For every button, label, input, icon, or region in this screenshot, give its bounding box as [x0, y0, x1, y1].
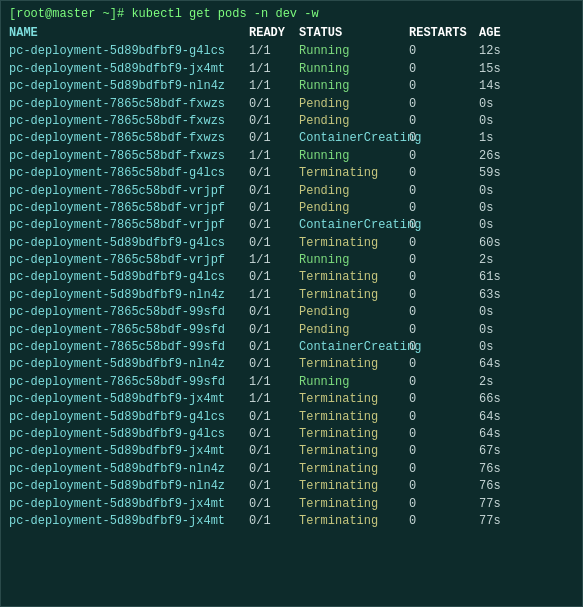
- pod-name: pc-deployment-7865c58bdf-99sfd: [9, 339, 249, 356]
- pod-ready: 1/1: [249, 43, 299, 60]
- pod-restarts: 0: [409, 391, 479, 408]
- rows-container: pc-deployment-5d89bdfbf9-g4lcs 1/1 Runni…: [9, 43, 574, 530]
- pod-name: pc-deployment-5d89bdfbf9-jx4mt: [9, 391, 249, 408]
- table-row: pc-deployment-7865c58bdf-fxwzs 0/1 Pendi…: [9, 96, 574, 113]
- pod-status: Terminating: [299, 165, 409, 182]
- pod-age: 64s: [479, 356, 529, 373]
- pod-age: 0s: [479, 217, 529, 234]
- pod-age: 2s: [479, 374, 529, 391]
- pod-restarts: 0: [409, 322, 479, 339]
- pod-age: 64s: [479, 426, 529, 443]
- pod-age: 0s: [479, 304, 529, 321]
- table-row: pc-deployment-7865c58bdf-vrjpf 1/1 Runni…: [9, 252, 574, 269]
- pod-restarts: 0: [409, 339, 479, 356]
- pod-age: 15s: [479, 61, 529, 78]
- pod-restarts: 0: [409, 183, 479, 200]
- pod-name: pc-deployment-7865c58bdf-fxwzs: [9, 113, 249, 130]
- pod-ready: 0/1: [249, 304, 299, 321]
- pod-age: 0s: [479, 339, 529, 356]
- pod-ready: 0/1: [249, 339, 299, 356]
- pod-status: Running: [299, 252, 409, 269]
- pod-name: pc-deployment-5d89bdfbf9-g4lcs: [9, 269, 249, 286]
- pod-name: pc-deployment-5d89bdfbf9-jx4mt: [9, 496, 249, 513]
- table-row: pc-deployment-5d89bdfbf9-nln4z 1/1 Runni…: [9, 78, 574, 95]
- pod-restarts: 0: [409, 200, 479, 217]
- pod-restarts: 0: [409, 130, 479, 147]
- table-row: pc-deployment-7865c58bdf-fxwzs 1/1 Runni…: [9, 148, 574, 165]
- pod-restarts: 0: [409, 78, 479, 95]
- pod-restarts: 0: [409, 443, 479, 460]
- pod-name: pc-deployment-5d89bdfbf9-jx4mt: [9, 61, 249, 78]
- pod-restarts: 0: [409, 287, 479, 304]
- pod-status: Running: [299, 43, 409, 60]
- pod-name: pc-deployment-5d89bdfbf9-jx4mt: [9, 443, 249, 460]
- pod-ready: 0/1: [249, 96, 299, 113]
- table-row: pc-deployment-7865c58bdf-vrjpf 0/1 Conta…: [9, 217, 574, 234]
- pod-ready: 0/1: [249, 513, 299, 530]
- pod-name: pc-deployment-7865c58bdf-g4lcs: [9, 165, 249, 182]
- pod-ready: 0/1: [249, 426, 299, 443]
- pod-name: pc-deployment-5d89bdfbf9-nln4z: [9, 78, 249, 95]
- pod-restarts: 0: [409, 113, 479, 130]
- table-row: pc-deployment-5d89bdfbf9-g4lcs 0/1 Termi…: [9, 409, 574, 426]
- pod-name: pc-deployment-7865c58bdf-vrjpf: [9, 217, 249, 234]
- pod-status: Terminating: [299, 391, 409, 408]
- pod-name: pc-deployment-5d89bdfbf9-g4lcs: [9, 409, 249, 426]
- table-row: pc-deployment-5d89bdfbf9-g4lcs 1/1 Runni…: [9, 43, 574, 60]
- pod-age: 0s: [479, 96, 529, 113]
- pod-status: Pending: [299, 322, 409, 339]
- pod-status: Pending: [299, 304, 409, 321]
- pod-age: 64s: [479, 409, 529, 426]
- pod-status: Pending: [299, 96, 409, 113]
- pod-age: 1s: [479, 130, 529, 147]
- pod-age: 0s: [479, 113, 529, 130]
- table-row: pc-deployment-5d89bdfbf9-jx4mt 1/1 Runni…: [9, 61, 574, 78]
- pod-age: 61s: [479, 269, 529, 286]
- pod-age: 76s: [479, 478, 529, 495]
- pod-status: Terminating: [299, 356, 409, 373]
- pod-ready: 0/1: [249, 356, 299, 373]
- table-row: pc-deployment-5d89bdfbf9-jx4mt 0/1 Termi…: [9, 443, 574, 460]
- table-row: pc-deployment-5d89bdfbf9-nln4z 1/1 Termi…: [9, 287, 574, 304]
- pod-restarts: 0: [409, 356, 479, 373]
- pod-restarts: 0: [409, 513, 479, 530]
- pod-ready: 0/1: [249, 235, 299, 252]
- pod-ready: 0/1: [249, 322, 299, 339]
- pod-ready: 1/1: [249, 287, 299, 304]
- pod-status: Pending: [299, 113, 409, 130]
- pod-age: 59s: [479, 165, 529, 182]
- table-row: pc-deployment-5d89bdfbf9-nln4z 0/1 Termi…: [9, 478, 574, 495]
- pod-ready: 0/1: [249, 269, 299, 286]
- pod-age: 63s: [479, 287, 529, 304]
- pod-name: pc-deployment-7865c58bdf-vrjpf: [9, 252, 249, 269]
- pod-status: ContainerCreating: [299, 339, 409, 356]
- pod-restarts: 0: [409, 61, 479, 78]
- pod-ready: 0/1: [249, 478, 299, 495]
- pod-name: pc-deployment-7865c58bdf-99sfd: [9, 304, 249, 321]
- pod-name: pc-deployment-7865c58bdf-vrjpf: [9, 200, 249, 217]
- pod-status: Running: [299, 374, 409, 391]
- table-row: pc-deployment-5d89bdfbf9-g4lcs 0/1 Termi…: [9, 269, 574, 286]
- pod-name: pc-deployment-7865c58bdf-99sfd: [9, 374, 249, 391]
- pod-status: Terminating: [299, 443, 409, 460]
- table-row: pc-deployment-7865c58bdf-99sfd 1/1 Runni…: [9, 374, 574, 391]
- prompt-line: [root@master ~]# kubectl get pods -n dev…: [9, 7, 574, 21]
- pod-status: Pending: [299, 200, 409, 217]
- pod-age: 0s: [479, 322, 529, 339]
- pod-age: 0s: [479, 183, 529, 200]
- pod-ready: 0/1: [249, 496, 299, 513]
- table-row: pc-deployment-5d89bdfbf9-nln4z 0/1 Termi…: [9, 461, 574, 478]
- pod-status: Terminating: [299, 269, 409, 286]
- pod-ready: 0/1: [249, 443, 299, 460]
- pod-name: pc-deployment-5d89bdfbf9-nln4z: [9, 478, 249, 495]
- pod-name: pc-deployment-7865c58bdf-fxwzs: [9, 96, 249, 113]
- pod-age: 14s: [479, 78, 529, 95]
- table-row: pc-deployment-5d89bdfbf9-jx4mt 0/1 Termi…: [9, 513, 574, 530]
- pod-ready: 0/1: [249, 165, 299, 182]
- pod-ready: 1/1: [249, 61, 299, 78]
- pod-ready: 0/1: [249, 113, 299, 130]
- pod-ready: 0/1: [249, 130, 299, 147]
- pod-name: pc-deployment-5d89bdfbf9-g4lcs: [9, 235, 249, 252]
- pod-ready: 0/1: [249, 200, 299, 217]
- pod-name: pc-deployment-5d89bdfbf9-nln4z: [9, 287, 249, 304]
